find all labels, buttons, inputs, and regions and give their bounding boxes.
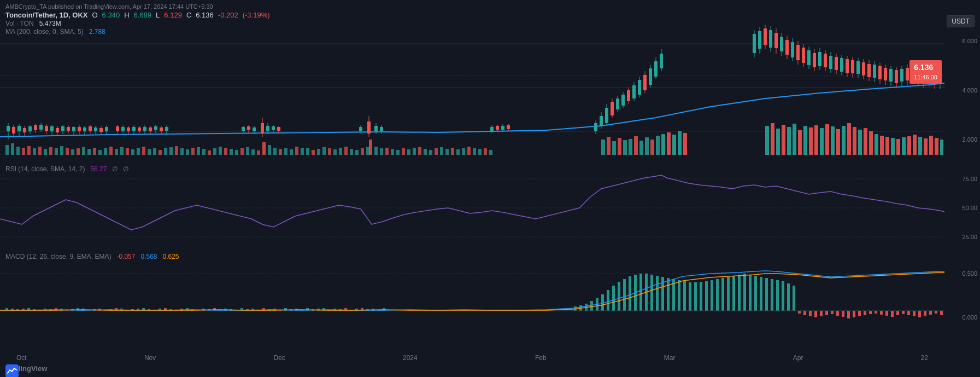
open-label: O [92, 11, 97, 19]
vol-line: Vol · TON 5.473M [5, 20, 975, 27]
svg-rect-35 [175, 146, 178, 155]
svg-rect-81 [424, 149, 427, 155]
svg-rect-310 [895, 70, 898, 83]
change-value: -0.202 [218, 11, 238, 19]
svg-rect-306 [884, 68, 887, 80]
svg-rect-220 [374, 126, 378, 131]
svg-rect-28 [137, 148, 140, 155]
svg-rect-238 [611, 102, 614, 115]
svg-rect-294 [851, 60, 854, 73]
svg-rect-91 [478, 149, 482, 155]
svg-rect-224 [490, 127, 494, 131]
svg-rect-135 [902, 137, 906, 155]
svg-rect-232 [594, 123, 597, 131]
svg-rect-22 [104, 148, 107, 155]
svg-rect-412 [612, 286, 615, 311]
svg-rect-442 [776, 280, 779, 311]
svg-rect-72 [374, 147, 378, 155]
svg-rect-288 [835, 57, 838, 70]
svg-rect-86 [451, 148, 454, 155]
svg-rect-87 [456, 149, 460, 155]
x-label-dec: Dec [273, 354, 285, 362]
svg-rect-468 [918, 311, 921, 317]
svg-rect-270 [785, 40, 789, 55]
svg-rect-254 [654, 61, 658, 77]
svg-rect-462 [885, 311, 888, 316]
svg-rect-448 [809, 311, 812, 316]
svg-rect-113 [782, 125, 785, 155]
svg-rect-218 [367, 121, 371, 134]
svg-rect-33 [164, 148, 167, 155]
svg-rect-51 [262, 142, 266, 155]
svg-rect-274 [796, 45, 800, 60]
svg-rect-466 [907, 311, 910, 315]
svg-rect-450 [820, 311, 823, 316]
y-axis-main: 6.000 4.000 2.000 [944, 16, 980, 164]
chart-container: AMBCrypto_TA published on TradingView.co… [0, 0, 980, 377]
svg-rect-451 [825, 311, 828, 315]
svg-rect-252 [649, 68, 652, 85]
svg-rect-429 [705, 281, 708, 311]
svg-rect-124 [842, 126, 846, 155]
low-label: L [156, 11, 160, 19]
svg-rect-40 [202, 149, 206, 155]
svg-rect-411 [607, 290, 609, 311]
svg-rect-103 [650, 140, 654, 155]
svg-rect-73 [380, 148, 383, 155]
svg-rect-88 [462, 148, 465, 155]
rsi-label: RSI (14, close, SMA, 14, 2) 56.27 ∅ ∅ [5, 165, 128, 173]
svg-rect-454 [842, 311, 844, 317]
svg-rect-430 [711, 280, 713, 311]
main-chart [0, 16, 944, 164]
svg-rect-441 [771, 279, 773, 311]
svg-rect-93 [489, 150, 492, 155]
svg-rect-206 [253, 127, 256, 131]
svg-rect-424 [678, 280, 680, 311]
svg-rect-422 [667, 278, 670, 311]
change-pct: (-3.19%) [243, 11, 270, 19]
svg-rect-467 [913, 311, 916, 316]
symbol-line: Toncoin/Tether, 1D, OKX O 6.340 H 6.689 … [5, 11, 975, 19]
svg-rect-4 [5, 145, 9, 155]
svg-rect-96 [612, 141, 616, 155]
svg-rect-198 [160, 127, 163, 131]
svg-rect-130 [875, 134, 878, 155]
svg-rect-455 [847, 311, 850, 318]
svg-rect-105 [661, 134, 665, 155]
svg-rect-45 [230, 149, 233, 155]
svg-rect-449 [814, 311, 817, 317]
svg-rect-65 [339, 148, 342, 155]
svg-rect-188 [132, 127, 136, 131]
svg-rect-456 [853, 311, 855, 317]
y-main-6: 6.000 [962, 38, 977, 44]
svg-rect-228 [501, 126, 504, 130]
svg-rect-158 [45, 126, 48, 131]
svg-rect-36 [180, 148, 184, 155]
svg-rect-290 [840, 58, 843, 72]
svg-rect-150 [23, 128, 26, 132]
rsi-empty2: ∅ [123, 165, 128, 173]
y-rsi-25: 25.00 [962, 234, 977, 240]
svg-rect-332 [0, 252, 944, 339]
macd-val1: -0.057 [116, 253, 135, 260]
symbol-name: Toncoin/Tether, 1D, OKX [5, 11, 87, 19]
svg-rect-23 [109, 147, 113, 155]
svg-rect-34 [169, 147, 173, 155]
svg-rect-24 [115, 149, 118, 155]
svg-rect-37 [186, 149, 189, 155]
svg-rect-184 [121, 127, 125, 131]
svg-rect-66 [344, 147, 348, 155]
svg-rect-100 [634, 136, 638, 155]
svg-rect-60 [312, 150, 315, 155]
svg-rect-92 [484, 148, 487, 155]
svg-rect-38 [191, 148, 195, 155]
svg-rect-166 [67, 127, 70, 131]
svg-rect-300 [867, 64, 871, 77]
tradingview-icon [5, 364, 19, 377]
svg-rect-242 [621, 95, 625, 106]
svg-rect-68 [355, 150, 359, 155]
y-rsi-75: 75.00 [962, 176, 977, 182]
svg-rect-156 [39, 125, 43, 130]
svg-rect-111 [771, 123, 774, 155]
svg-rect-55 [284, 148, 287, 155]
